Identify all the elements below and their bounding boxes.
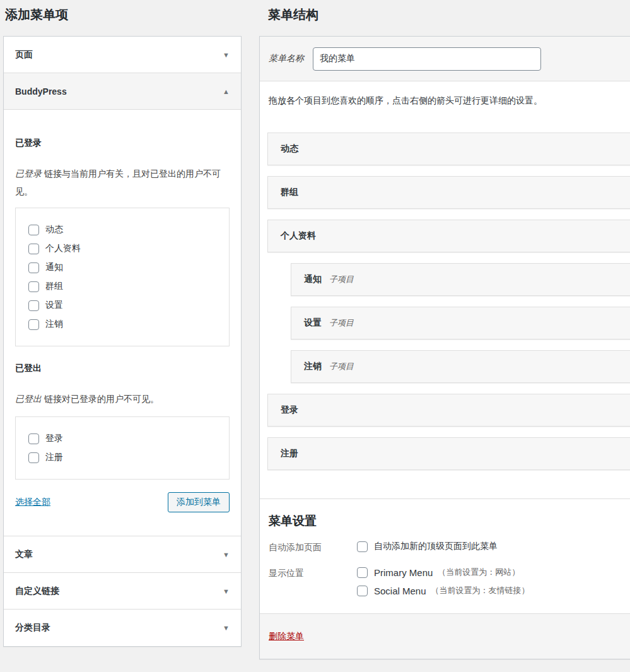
location-social-menu-option[interactable]: Social Menu （当前设置为：友情链接） — [357, 585, 530, 596]
logged-out-items-box: 登录注册 — [15, 416, 230, 480]
accordion-posts[interactable]: 文章 ▼ — [4, 536, 241, 573]
logged-out-description: 已登出 链接对已登录的用户不可见。 — [15, 390, 230, 408]
checkbox-icon[interactable] — [357, 541, 368, 552]
checkbox-icon[interactable] — [28, 244, 39, 254]
checkbox-icon[interactable] — [357, 586, 368, 596]
auto-add-option[interactable]: 自动添加新的顶级页面到此菜单 — [357, 541, 498, 552]
checkbox-item-label: 个人资料 — [45, 243, 81, 254]
chevron-down-icon[interactable]: ▼ — [223, 587, 230, 595]
menu-name-input[interactable] — [313, 47, 541, 71]
accordion-pages-label: 页面 — [15, 49, 33, 61]
menu-item-bar[interactable]: 注册 — [267, 437, 630, 470]
buddypress-content: 已登录 已登录 链接与当前用户有关，且对已登出的用户不可见。 动态个人资料通知群… — [4, 110, 241, 536]
menu-items-list: 动态群组个人资料通知子项目设置子项目注销子项目登录注册 — [260, 107, 630, 470]
accordion-categories[interactable]: 分类目录 ▼ — [4, 610, 241, 646]
drag-instruction-text: 拖放各个项目到您喜欢的顺序，点击右侧的箭头可进行更详细的设置。 — [269, 94, 630, 107]
checkbox-icon[interactable] — [28, 262, 39, 273]
checkbox-list-item[interactable]: 设置 — [28, 296, 223, 315]
add-to-menu-button[interactable]: 添加到菜单 — [168, 492, 230, 512]
sub-item-tag: 子项目 — [329, 361, 354, 372]
logged-in-description-em: 已登录 — [15, 168, 42, 179]
auto-add-row: 自动添加页面 自动添加新的顶级页面到此菜单 — [269, 541, 630, 559]
checkbox-item-label: 动态 — [45, 224, 63, 235]
accordion-posts-label: 文章 — [15, 549, 33, 560]
accordion-custom-links[interactable]: 自定义链接 ▼ — [4, 573, 241, 610]
menu-settings-heading: 菜单设置 — [269, 513, 630, 529]
auto-add-option-label: 自动添加新的顶级页面到此菜单 — [374, 541, 498, 552]
checkbox-list-item[interactable]: 个人资料 — [28, 239, 223, 258]
location-social-menu-name: Social Menu — [374, 586, 426, 596]
checkbox-item-label: 通知 — [45, 262, 63, 273]
add-menu-items-title: 添加菜单项 — [5, 6, 68, 23]
menu-structure-body: 拖放各个项目到您喜欢的顺序，点击右侧的箭头可进行更详细的设置。 动态群组个人资料… — [260, 81, 630, 613]
menu-item-label: 动态 — [281, 143, 298, 155]
checkbox-item-label: 注销 — [45, 319, 63, 330]
display-location-row: 显示位置 Primary Menu （当前设置为：网站） Social Menu… — [269, 567, 630, 603]
menu-item-label: 登录 — [281, 404, 298, 416]
menu-item-bar[interactable]: 群组 — [267, 176, 630, 209]
menu-item-bar[interactable]: 设置子项目 — [291, 307, 630, 339]
menu-item-label: 群组 — [281, 187, 298, 198]
menu-structure-panel: 菜单名称 拖放各个项目到您喜欢的顺序，点击右侧的箭头可进行更详细的设置。 动态群… — [259, 36, 630, 659]
checkbox-icon[interactable] — [357, 567, 368, 578]
checkbox-item-label: 登录 — [45, 433, 63, 444]
menu-item-bar[interactable]: 个人资料 — [267, 220, 630, 252]
menu-item-bar[interactable]: 通知子项目 — [291, 263, 630, 296]
chevron-up-icon[interactable]: ▲ — [223, 88, 230, 95]
accordion-custom-links-label: 自定义链接 — [15, 586, 59, 597]
checkbox-icon[interactable] — [28, 452, 39, 463]
menu-item-label: 设置 — [304, 317, 322, 329]
checkbox-list-item[interactable]: 通知 — [28, 258, 223, 277]
chevron-down-icon[interactable]: ▼ — [223, 51, 230, 59]
checkbox-list-item[interactable]: 注册 — [28, 448, 223, 467]
menu-item-bar[interactable]: 动态 — [267, 133, 630, 165]
buddypress-toolbar: 选择全部 添加到菜单 — [15, 492, 230, 512]
menu-item-label: 注销 — [304, 361, 322, 372]
location-primary-menu-option[interactable]: Primary Menu （当前设置为：网站） — [357, 567, 530, 578]
accordion-pages[interactable]: 页面 ▼ — [4, 37, 241, 73]
logged-out-description-em: 已登出 — [15, 394, 42, 404]
menu-item-label: 个人资料 — [281, 230, 316, 242]
checkbox-icon[interactable] — [28, 225, 39, 235]
menu-item-label: 通知 — [304, 274, 322, 285]
accordion-categories-label: 分类目录 — [15, 622, 50, 634]
menu-settings-section: 菜单设置 自动添加页面 自动添加新的顶级页面到此菜单 显示位置 — [260, 498, 630, 603]
sub-item-tag: 子项目 — [329, 317, 354, 329]
logged-out-description-text: 链接对已登录的用户不可见。 — [42, 394, 159, 404]
checkbox-icon[interactable] — [28, 281, 39, 292]
checkbox-list-item[interactable]: 登录 — [28, 429, 223, 448]
logged-in-description-text: 链接与当前用户有关，且对已登出的用户不可见。 — [15, 168, 221, 196]
menu-structure-title: 菜单结构 — [268, 6, 318, 23]
logged-in-description: 已登录 链接与当前用户有关，且对已登出的用户不可见。 — [15, 165, 230, 200]
checkbox-list-item[interactable]: 群组 — [28, 277, 223, 296]
location-primary-menu-note: （当前设置为：网站） — [438, 567, 520, 578]
logged-out-heading: 已登出 — [15, 362, 230, 374]
logged-in-items-box: 动态个人资料通知群组设置注销 — [15, 208, 230, 346]
delete-menu-link[interactable]: 删除菜单 — [269, 631, 304, 642]
logged-in-heading: 已登录 — [15, 136, 230, 149]
logged-in-checkbox-list: 动态个人资料通知群组设置注销 — [28, 220, 223, 334]
menu-item-bar[interactable]: 登录 — [267, 394, 630, 427]
menu-footer: 删除菜单 — [260, 613, 630, 659]
checkbox-icon[interactable] — [28, 319, 39, 330]
menu-item-bar[interactable]: 注销子项目 — [291, 350, 630, 383]
accordion-buddypress[interactable]: BuddyPress ▲ — [4, 73, 241, 110]
checkbox-icon[interactable] — [28, 433, 39, 444]
checkbox-item-label: 注册 — [45, 452, 63, 463]
menu-name-bar: 菜单名称 — [260, 37, 630, 81]
checkbox-item-label: 设置 — [45, 300, 63, 311]
auto-add-label: 自动添加页面 — [269, 541, 357, 559]
logged-out-checkbox-list: 登录注册 — [28, 429, 223, 467]
chevron-down-icon[interactable]: ▼ — [223, 624, 230, 632]
checkbox-list-item[interactable]: 动态 — [28, 220, 223, 239]
location-social-menu-note: （当前设置为：友情链接） — [431, 585, 530, 596]
chevron-down-icon[interactable]: ▼ — [223, 551, 230, 558]
add-menu-items-panel: 页面 ▼ BuddyPress ▲ 已登录 已登录 链接与当前用户有关，且对已登… — [3, 36, 242, 647]
checkbox-icon[interactable] — [28, 300, 39, 311]
select-all-link[interactable]: 选择全部 — [15, 497, 50, 508]
display-location-label: 显示位置 — [269, 567, 357, 603]
sub-item-tag: 子项目 — [329, 274, 354, 285]
checkbox-list-item[interactable]: 注销 — [28, 315, 223, 334]
nav-menus-screen: 添加菜单项 菜单结构 页面 ▼ BuddyPress ▲ 已登录 已登录 链接与… — [0, 0, 630, 672]
checkbox-item-label: 群组 — [45, 281, 63, 292]
